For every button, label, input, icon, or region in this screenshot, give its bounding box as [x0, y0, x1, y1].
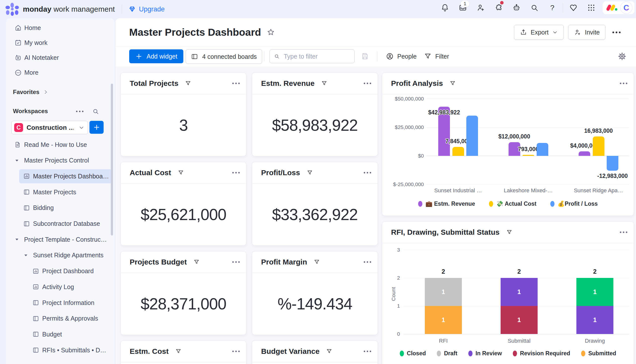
widget-value: $58,983,922: [272, 116, 358, 134]
workspace-selector[interactable]: C Construction …: [12, 121, 88, 134]
workspaces-search-icon[interactable]: [92, 108, 99, 115]
widget-value: $33,362,922: [272, 206, 358, 224]
sidebar-item-rfis-submittals-d[interactable]: RFIs • Submittals • D…: [9, 343, 111, 357]
diamond-icon: [128, 6, 136, 13]
widget-menu-button[interactable]: [364, 83, 371, 84]
funnel-icon[interactable]: [314, 259, 320, 265]
favorites-section[interactable]: Favorites: [13, 88, 49, 96]
sidebar-item-subcontractor-database[interactable]: Subcontractor Database: [9, 216, 111, 231]
save-filters-button[interactable]: [359, 50, 371, 63]
funnel-icon[interactable]: [307, 170, 313, 176]
widget-menu-button[interactable]: [364, 172, 371, 174]
favorite-star-icon[interactable]: [267, 28, 275, 36]
widget-menu-button[interactable]: [232, 261, 240, 263]
inbox-button[interactable]: 1: [454, 0, 472, 16]
x-axis-label: Sunset Industrial …: [421, 187, 495, 194]
sidebar-item-master-projects-dashboa[interactable]: Master Projects Dashboa…: [19, 169, 112, 183]
notifications-button[interactable]: [436, 0, 454, 16]
x-axis-label: Lakeshore Mixed-…: [491, 187, 566, 194]
bar--actual-cost-1[interactable]: [522, 155, 534, 156]
sidebar-item-project-information[interactable]: Project Information: [9, 296, 111, 310]
sidebar-item-read-me-how-to-use[interactable]: Read Me - How to Use: [9, 138, 111, 152]
sidebar-item-home[interactable]: Home: [9, 21, 108, 35]
search-button[interactable]: [525, 0, 543, 16]
x-axis-label: RFI: [406, 338, 481, 344]
bar--profit-loss-1[interactable]: [537, 143, 548, 156]
topbar-divider-2: [563, 3, 563, 12]
board-icon: [23, 204, 30, 212]
funnel-icon[interactable]: [175, 348, 182, 354]
sidebar-item-master-projects[interactable]: Master Projects: [9, 185, 111, 199]
invite-members-button[interactable]: [472, 0, 490, 16]
funnel-icon[interactable]: [450, 80, 456, 86]
sidebar-item-master-projects-control[interactable]: Master Projects Control: [9, 153, 111, 168]
sidebar-item-bidding[interactable]: Bidding: [9, 201, 111, 215]
sidebar-item-permits-approvals[interactable]: Permits & Approvals: [9, 312, 111, 326]
filter-search-field[interactable]: [270, 50, 354, 63]
filter-input[interactable]: [283, 52, 350, 60]
avatar[interactable]: C: [620, 2, 632, 14]
add-widget-button[interactable]: Add widget: [129, 50, 183, 63]
widget-menu-button[interactable]: [364, 261, 371, 263]
legend-item[interactable]: 💰Profit / Loss: [550, 200, 598, 207]
bar--actual-cost-2[interactable]: [593, 136, 604, 156]
main-panel: Master Projects Dashboard Export: [116, 18, 636, 364]
widget-menu-button[interactable]: [364, 350, 371, 352]
legend-dot: [550, 201, 554, 207]
vibe-heart-button[interactable]: [564, 0, 582, 16]
filter-button[interactable]: Filter: [422, 50, 451, 63]
legend-item[interactable]: Revision Required: [513, 350, 570, 357]
product-switcher-button[interactable]: [582, 0, 600, 16]
sidebar-item-sunset-ridge-apartments[interactable]: Sunset Ridge Apartments: [9, 248, 111, 262]
dashboard-settings-button[interactable]: [615, 50, 629, 63]
upgrade-button[interactable]: Upgrade: [128, 6, 165, 13]
funnel-icon[interactable]: [193, 259, 200, 265]
widget-title: Profit/Loss: [261, 168, 300, 177]
sidebar-item-my-work[interactable]: My work: [9, 36, 108, 50]
sidebar-item-project-template-construc[interactable]: Project Template - Construc…: [9, 232, 111, 247]
bar--profit-loss-2[interactable]: [607, 156, 618, 171]
sidebar-item-ai-notetaker[interactable]: AI Notetaker: [9, 51, 108, 65]
help-button[interactable]: ?: [543, 0, 561, 16]
legend-item[interactable]: 💼 Estm. Revenue: [418, 200, 475, 207]
legend-item[interactable]: 💸 Actual Cost: [489, 200, 536, 207]
add-workspace-button[interactable]: [89, 121, 104, 134]
legend-item[interactable]: In Review: [468, 350, 502, 357]
funnel-icon[interactable]: [326, 348, 332, 354]
sidebar-scrollbar[interactable]: [111, 84, 113, 236]
apps-notification-dot: [500, 1, 504, 4]
monday-mark-icon[interactable]: [607, 4, 618, 12]
people-filter-button[interactable]: People: [384, 50, 418, 63]
widget-menu-button[interactable]: [232, 350, 240, 352]
sidebar-item-budget[interactable]: Budget: [9, 327, 111, 342]
legend-item[interactable]: Draft: [437, 350, 457, 357]
bar--actual-cost-0[interactable]: [452, 147, 464, 156]
segment-value-label: 1: [576, 316, 613, 324]
funnel-icon[interactable]: [178, 170, 184, 176]
sidebar-item-project-dashboard[interactable]: Project Dashboard: [9, 264, 111, 278]
export-button[interactable]: Export: [514, 25, 564, 40]
funnel-icon[interactable]: [321, 80, 327, 86]
search-icon: [530, 3, 539, 12]
sidebar-item-more[interactable]: More: [9, 66, 108, 80]
sidebar-item-activity-log[interactable]: Activity Log: [9, 280, 111, 294]
widget-menu-button[interactable]: [620, 232, 627, 233]
funnel-icon[interactable]: [506, 229, 513, 236]
bar-value-label: $42,983,922: [407, 109, 482, 116]
dashboard-menu-button[interactable]: [610, 32, 623, 33]
assistant-button[interactable]: [508, 0, 525, 16]
invite-button[interactable]: Invite: [568, 25, 605, 40]
widget-menu-button[interactable]: [620, 83, 627, 84]
connected-boards-button[interactable]: 4 connected boards: [185, 50, 262, 64]
workspaces-menu-button[interactable]: [76, 111, 84, 112]
widget-menu-button[interactable]: [232, 172, 240, 174]
legend-item[interactable]: Closed: [400, 350, 426, 357]
bar--estm-revenue-2[interactable]: [579, 151, 590, 156]
segment-value-label: 1: [425, 316, 462, 324]
monday-logo-icon[interactable]: [5, 3, 20, 16]
bar--profit-loss-0[interactable]: [466, 116, 478, 156]
apps-marketplace-button[interactable]: [490, 0, 508, 16]
legend-item[interactable]: Submitted: [581, 350, 616, 357]
widget-menu-button[interactable]: [232, 83, 240, 84]
funnel-icon[interactable]: [185, 80, 191, 86]
